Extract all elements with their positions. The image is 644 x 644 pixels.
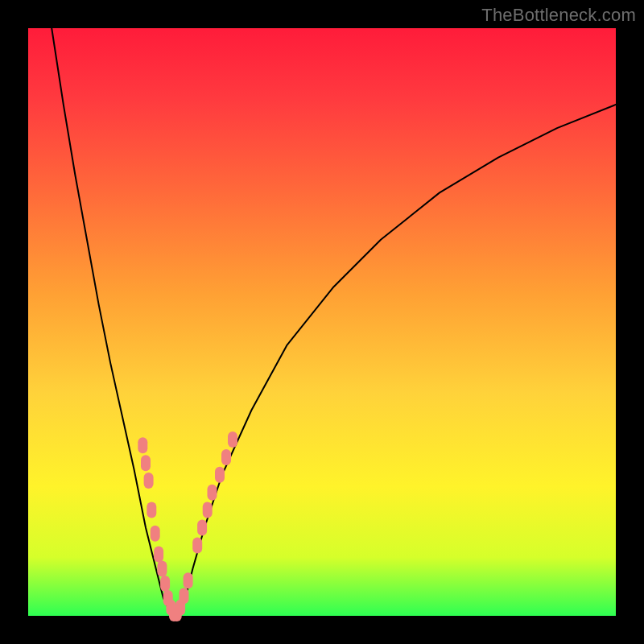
data-marker [141,455,151,471]
data-marker [151,526,160,542]
data-marker [147,502,156,518]
chart-frame: TheBottleneck.com [0,0,644,644]
data-markers [138,431,237,621]
data-marker [157,561,167,577]
data-marker [154,546,163,562]
data-marker [138,437,147,453]
data-marker [180,588,189,604]
watermark-text: TheBottleneck.com [481,5,636,26]
data-marker [228,431,237,448]
data-marker [160,576,170,592]
data-marker [197,520,207,536]
plot-area [28,28,616,616]
curve-path [52,28,616,616]
data-marker [144,473,154,489]
data-marker [221,449,231,465]
data-marker [208,485,217,501]
data-marker [184,572,193,588]
data-marker [203,502,213,518]
bottleneck-curve [52,28,616,616]
data-marker [215,467,225,483]
data-marker [192,537,202,553]
chart-svg [28,28,616,616]
